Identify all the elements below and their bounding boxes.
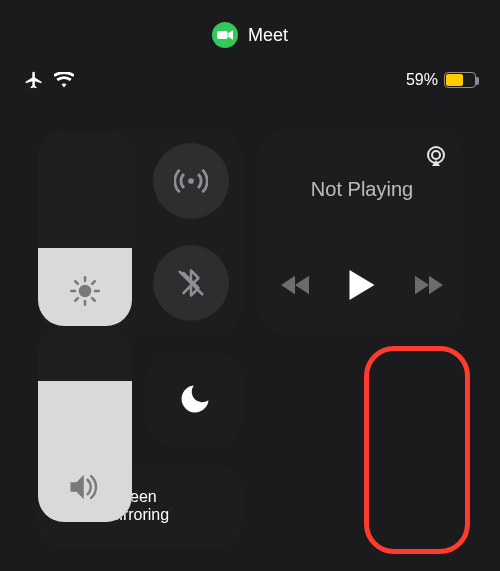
wifi-status-icon: [54, 72, 74, 88]
battery-percent-label: 59%: [406, 71, 438, 89]
next-track-button[interactable]: [415, 275, 443, 299]
bluetooth-toggle[interactable]: [153, 245, 229, 321]
airplane-mode-status-icon: [24, 70, 44, 90]
svg-line-17: [92, 281, 95, 284]
volume-icon: [68, 472, 102, 506]
volume-slider[interactable]: [38, 326, 132, 522]
camera-in-use-icon: [212, 22, 238, 48]
cellular-data-toggle[interactable]: [153, 143, 229, 219]
svg-rect-0: [217, 31, 228, 39]
airplay-icon[interactable]: [424, 144, 448, 172]
status-bar: 59%: [0, 70, 500, 90]
svg-line-16: [75, 298, 78, 301]
status-bar-right: 59%: [406, 71, 476, 89]
svg-line-15: [92, 298, 95, 301]
media-title: Not Playing: [260, 178, 464, 201]
battery-icon: [444, 72, 476, 88]
svg-point-1: [188, 178, 194, 184]
active-app-indicator[interactable]: Meet: [212, 22, 288, 48]
brightness-slider[interactable]: [38, 130, 132, 326]
brightness-icon: [70, 276, 100, 310]
media-controls: [260, 270, 464, 304]
svg-point-9: [79, 285, 92, 298]
do-not-disturb-toggle[interactable]: [148, 352, 242, 446]
volume-highlight-annotation: [364, 346, 470, 554]
svg-line-14: [75, 281, 78, 284]
control-center-grid: Not Playing ScreenMirroring: [38, 130, 462, 553]
active-app-name: Meet: [248, 25, 288, 46]
media-tile[interactable]: Not Playing: [260, 130, 464, 334]
status-bar-left: [24, 70, 74, 90]
play-button[interactable]: [349, 270, 375, 304]
svg-point-4: [432, 151, 440, 159]
previous-track-button[interactable]: [281, 275, 309, 299]
